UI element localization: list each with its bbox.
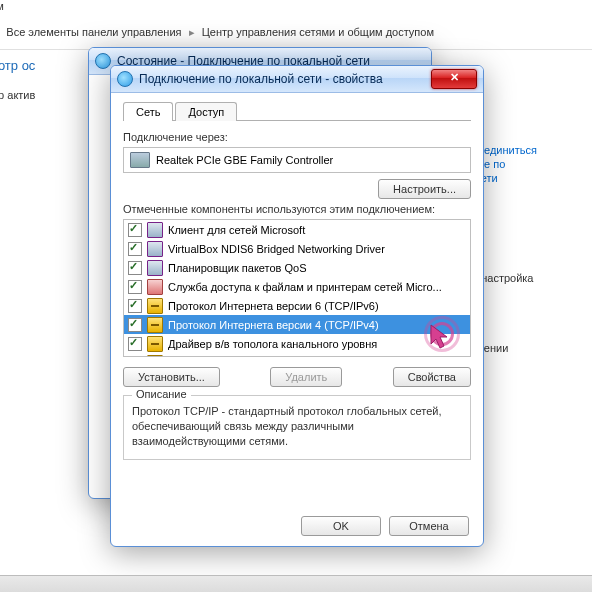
- list-item[interactable]: Протокол Интернета версии 6 (TCP/IPv6): [124, 296, 470, 315]
- properties-button[interactable]: Свойства: [393, 367, 471, 387]
- breadcrumb: ния ▸ Все элементы панели управления ▸ Ц…: [0, 23, 592, 50]
- tabstrip: Сеть Доступ: [123, 101, 471, 121]
- protocol-icon: [147, 336, 163, 352]
- components-label: Отмеченные компоненты используются этим …: [123, 203, 471, 215]
- description-box: Описание Протокол TCP/IP - стандартный п…: [123, 395, 471, 460]
- chevron-right-icon: ▸: [0, 26, 3, 39]
- components-list[interactable]: Клиент для сетей MicrosoftVirtualBox NDI…: [123, 219, 471, 357]
- list-item-label: Служба доступа к файлам и принтерам сете…: [168, 281, 442, 293]
- list-item-label: VirtualBox NDIS6 Bridged Networking Driv…: [168, 243, 385, 255]
- checkbox[interactable]: [128, 337, 142, 351]
- list-item-label: Ответчик обнаружения топологии канальног…: [168, 357, 440, 358]
- list-item-label: Протокол Интернета версии 4 (TCP/IPv4): [168, 319, 379, 331]
- install-button[interactable]: Установить...: [123, 367, 220, 387]
- titlebar[interactable]: Подключение по локальной сети - свойства…: [111, 66, 483, 93]
- checkbox[interactable]: [128, 299, 142, 313]
- checkbox[interactable]: [128, 356, 142, 358]
- connection-properties-dialog: Подключение по локальной сети - свойства…: [110, 65, 484, 547]
- checkbox[interactable]: [128, 242, 142, 256]
- configure-button[interactable]: Настроить...: [378, 179, 471, 199]
- remove-button[interactable]: Удалить: [270, 367, 342, 387]
- tab-network[interactable]: Сеть: [123, 102, 173, 121]
- list-item[interactable]: Планировщик пакетов QoS: [124, 258, 470, 277]
- cancel-button[interactable]: Отмена: [389, 516, 469, 536]
- close-button[interactable]: ✕: [431, 69, 477, 89]
- breadcrumb-part[interactable]: Центр управления сетями и общим доступом: [202, 26, 434, 38]
- chevron-right-icon: ▸: [185, 26, 199, 39]
- ok-button[interactable]: OK: [301, 516, 381, 536]
- breadcrumb-part[interactable]: Все элементы панели управления: [6, 26, 181, 38]
- service-icon: [147, 260, 163, 276]
- service-icon: [147, 241, 163, 257]
- checkbox[interactable]: [128, 223, 142, 237]
- nic-name: Realtek PCIe GBE Family Controller: [156, 154, 333, 166]
- list-item-label: Протокол Интернета версии 6 (TCP/IPv6): [168, 300, 379, 312]
- tab-access[interactable]: Доступ: [175, 102, 237, 121]
- description-header: Описание: [132, 388, 191, 400]
- service-icon: [147, 279, 163, 295]
- window-title-fragment: ступом: [0, 0, 592, 15]
- list-item[interactable]: Протокол Интернета версии 4 (TCP/IPv4): [124, 315, 470, 334]
- list-item-label: Клиент для сетей Microsoft: [168, 224, 305, 236]
- list-item[interactable]: VirtualBox NDIS6 Bridged Networking Driv…: [124, 239, 470, 258]
- checkbox[interactable]: [128, 261, 142, 275]
- window-title: Подключение по локальной сети - свойства: [139, 72, 431, 86]
- window-icon: [117, 71, 133, 87]
- nic-icon: [130, 152, 150, 168]
- checkbox[interactable]: [128, 318, 142, 332]
- description-text: Протокол TCP/IP - стандартный протокол г…: [132, 404, 462, 449]
- protocol-icon: [147, 355, 163, 358]
- list-item[interactable]: Драйвер в/в тополога канального уровня: [124, 334, 470, 353]
- nic-field[interactable]: Realtek PCIe GBE Family Controller: [123, 147, 471, 173]
- protocol-icon: [147, 298, 163, 314]
- checkbox[interactable]: [128, 280, 142, 294]
- statusbar: [0, 575, 592, 592]
- list-item[interactable]: Служба доступа к файлам и принтерам сете…: [124, 277, 470, 296]
- window-icon: [95, 53, 111, 69]
- list-item[interactable]: Ответчик обнаружения топологии канальног…: [124, 353, 470, 357]
- list-item[interactable]: Клиент для сетей Microsoft: [124, 220, 470, 239]
- protocol-icon: [147, 317, 163, 333]
- service-icon: [147, 222, 163, 238]
- connect-using-label: Подключение через:: [123, 131, 471, 143]
- list-item-label: Планировщик пакетов QoS: [168, 262, 307, 274]
- list-item-label: Драйвер в/в тополога канального уровня: [168, 338, 377, 350]
